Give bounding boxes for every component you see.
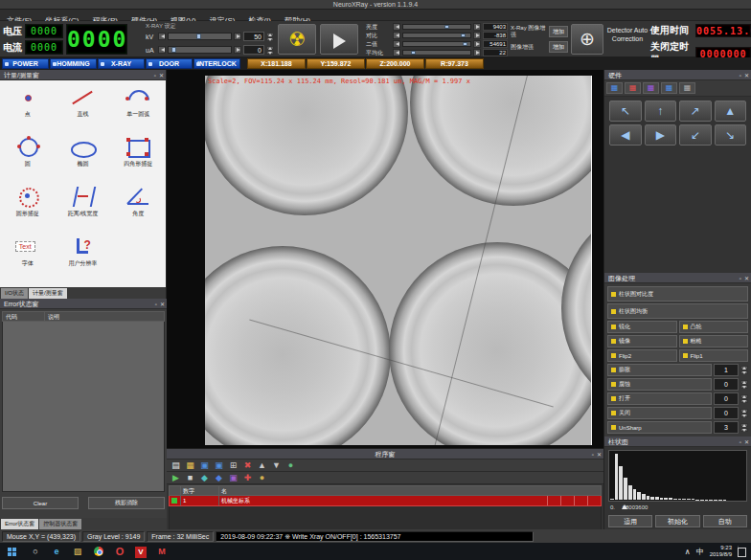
ua-spinner[interactable]	[266, 46, 274, 55]
kv-slider-left-arrow[interactable]	[158, 33, 166, 40]
kv-slider-right-arrow[interactable]	[234, 33, 241, 40]
morphology-button[interactable]: UnSharp	[607, 421, 712, 434]
enhance-button[interactable]: 增加	[549, 41, 568, 53]
detector-calibration-button[interactable]: ⊕	[571, 24, 603, 55]
xray-on-button[interactable]: ☢	[278, 24, 316, 55]
dock-control-icon[interactable]: ▫	[592, 452, 594, 458]
dock-tab[interactable]: Error状态窗	[1, 519, 38, 529]
ghost-removal-button[interactable]: 残影消除	[88, 497, 165, 509]
adjust-left-arrow[interactable]	[393, 32, 400, 39]
morphology-button[interactable]: 关闭	[607, 407, 712, 419]
hardware-tool-icon[interactable]: ▦	[606, 82, 623, 94]
program-row-selected[interactable]: 1 机械坐标系	[169, 496, 602, 506]
dock-tab[interactable]: 计量/测量窗	[29, 288, 67, 299]
program-toolbar-icon[interactable]: ▤	[171, 460, 181, 471]
histogram-button[interactable]: 适用	[608, 515, 652, 527]
taskbar-app-icon[interactable]: V	[130, 543, 151, 560]
dock-control-icon[interactable]: ✕	[159, 73, 164, 78]
kv-slider-thumb[interactable]	[196, 34, 201, 39]
adjust-slider-thumb[interactable]	[444, 25, 449, 29]
program-toolbar-icon[interactable]: ◆	[214, 473, 224, 483]
dock-tab[interactable]: I/O状态	[1, 288, 28, 299]
dock-control-icon[interactable]: ▫	[155, 302, 157, 307]
measure-tool[interactable]: 单一圆弧	[110, 82, 166, 132]
image-processing-button[interactable]: 凸轮	[679, 321, 749, 333]
program-row-cell[interactable]	[560, 496, 574, 505]
program-toolbar-icon[interactable]: ■	[185, 473, 195, 483]
taskbar-app-icon[interactable]: O	[109, 543, 130, 560]
jog-arrow-button[interactable]: ▶	[645, 124, 677, 146]
adjust-slider-thumb[interactable]	[461, 34, 466, 37]
jog-arrow-button[interactable]: ↖	[609, 101, 642, 122]
adjust-right-arrow[interactable]	[473, 49, 481, 56]
jog-arrow-button[interactable]: ↗	[679, 101, 712, 122]
jog-arrow-button[interactable]: ◀	[609, 124, 642, 146]
image-processing-button[interactable]: 粗糙	[679, 335, 749, 347]
dock-control-icon[interactable]: ▫	[740, 439, 741, 445]
program-row-cell[interactable]	[574, 496, 587, 505]
adjust-slider[interactable]	[402, 50, 471, 56]
dock-control-icon[interactable]: ▫	[740, 276, 741, 281]
morphology-spinner[interactable]	[740, 364, 748, 376]
adjust-left-arrow[interactable]	[393, 23, 400, 31]
kv-value[interactable]: 50	[243, 32, 264, 41]
program-toolbar-icon[interactable]: ●	[285, 460, 296, 471]
adjust-slider[interactable]	[402, 41, 471, 47]
program-toolbar-icon[interactable]: ▲	[257, 460, 267, 471]
program-row-cell[interactable]	[587, 496, 601, 505]
program-row-cell[interactable]	[547, 496, 560, 505]
program-toolbar-icon[interactable]: ▣	[199, 460, 210, 471]
taskbar-app-icon[interactable]: M	[151, 543, 172, 560]
adjust-slider[interactable]	[402, 24, 471, 30]
program-toolbar-icon[interactable]: ▣	[214, 460, 224, 471]
taskbar-app-icon[interactable]: ○	[25, 543, 46, 560]
adjust-slider[interactable]	[402, 33, 471, 38]
clock[interactable]: 9:23 2019/8/9	[710, 545, 732, 558]
histogram-marker[interactable]	[622, 504, 627, 509]
image-processing-button[interactable]: 镜像	[607, 335, 677, 347]
start-button[interactable]	[0, 543, 25, 560]
play-button[interactable]	[320, 24, 358, 55]
notification-center-icon[interactable]	[738, 546, 747, 557]
dock-control-icon[interactable]: ✕	[744, 73, 749, 78]
jog-arrow-button[interactable]: ↑	[645, 101, 677, 122]
program-toolbar-icon[interactable]: ●	[257, 473, 267, 483]
dock-control-icon[interactable]: ▫	[154, 73, 156, 78]
morphology-spinner[interactable]	[740, 407, 748, 419]
adjust-right-arrow[interactable]	[473, 32, 481, 39]
jog-arrow-button[interactable]: ↘	[715, 124, 747, 146]
program-toolbar-icon[interactable]: ⊞	[228, 460, 239, 471]
image-processing-button[interactable]: 锐化	[607, 321, 677, 333]
morphology-spinner[interactable]	[740, 378, 748, 391]
measure-tool[interactable]: 圆	[0, 132, 56, 182]
histogram-button[interactable]: 自动	[703, 515, 747, 527]
morphology-spinner[interactable]	[740, 392, 748, 405]
measure-tool[interactable]: 用户分辨率	[56, 232, 111, 281]
adjust-right-arrow[interactable]	[473, 40, 481, 48]
adjust-slider-thumb[interactable]	[411, 51, 416, 55]
language-indicator[interactable]: 中	[696, 547, 704, 557]
image-processing-button[interactable]: Flip1	[679, 349, 749, 362]
program-toolbar-icon[interactable]: ▶	[171, 473, 181, 483]
program-toolbar-icon[interactable]: ▼	[271, 460, 282, 471]
morphology-button[interactable]: 打开	[607, 392, 712, 405]
adjust-left-arrow[interactable]	[393, 49, 400, 56]
measure-tool[interactable]: 四角形捕捉	[110, 132, 166, 182]
ua-slider[interactable]	[168, 46, 232, 54]
ua-slider-right-arrow[interactable]	[234, 46, 241, 54]
measure-tool[interactable]: 角度	[110, 182, 166, 232]
program-toolbar-icon[interactable]: ✖	[242, 460, 253, 471]
image-processing-button[interactable]: 柱状图对比度	[607, 286, 748, 302]
kv-spinner[interactable]	[266, 33, 274, 41]
ua-value[interactable]: 0	[243, 45, 264, 55]
clear-button[interactable]: Clear	[2, 497, 79, 509]
hardware-tool-icon[interactable]: ▦	[661, 82, 677, 94]
morphology-spinner[interactable]	[740, 421, 748, 434]
error-list[interactable]	[2, 322, 165, 492]
measure-tool[interactable]: 椭圆	[56, 132, 111, 182]
dock-tab[interactable]: 控制器状态窗	[39, 519, 81, 529]
morphology-button[interactable]: 腐蚀	[607, 378, 712, 391]
measure-tool[interactable]: 距离/线宽度	[56, 182, 111, 232]
dock-control-icon[interactable]: ▫	[740, 73, 741, 78]
kv-slider[interactable]	[168, 33, 232, 40]
